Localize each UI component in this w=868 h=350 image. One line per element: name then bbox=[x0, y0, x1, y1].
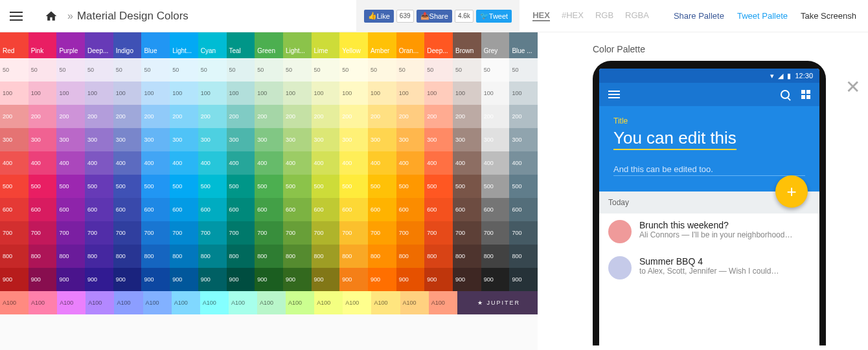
color-cell[interactable]: 500 bbox=[198, 175, 227, 198]
color-cell[interactable]: 200 bbox=[170, 105, 198, 128]
color-cell[interactable]: 300 bbox=[141, 128, 170, 151]
color-cell[interactable]: 800 bbox=[113, 245, 142, 268]
color-cell[interactable]: 50 bbox=[85, 58, 113, 82]
color-cell[interactable]: 500 bbox=[113, 175, 142, 198]
color-cell[interactable]: 700 bbox=[283, 221, 312, 245]
color-col-3[interactable]: Deep... bbox=[85, 32, 113, 58]
color-cell[interactable]: 900 bbox=[453, 268, 481, 291]
color-cell[interactable]: 50 bbox=[312, 58, 340, 82]
color-cell[interactable]: 800 bbox=[56, 245, 85, 268]
color-cell[interactable]: 900 bbox=[283, 268, 312, 291]
color-cell[interactable]: 800 bbox=[170, 245, 198, 268]
color-cell[interactable]: 300 bbox=[453, 128, 481, 151]
color-cell[interactable]: 600 bbox=[141, 198, 170, 221]
home-icon[interactable] bbox=[44, 10, 58, 23]
jupiter-promo[interactable]: ★ JUPITER bbox=[457, 291, 538, 314]
color-col-7[interactable]: Cyan bbox=[198, 32, 227, 58]
color-cell[interactable]: 500 bbox=[170, 175, 198, 198]
color-cell[interactable]: 50 bbox=[141, 58, 170, 82]
fb-like-button[interactable]: 👍 Like bbox=[364, 10, 394, 23]
color-cell[interactable]: 400 bbox=[113, 151, 142, 175]
color-cell[interactable]: 100 bbox=[198, 82, 227, 105]
color-cell[interactable]: 400 bbox=[283, 151, 312, 175]
color-cell[interactable]: 400 bbox=[255, 151, 283, 175]
color-cell[interactable]: 600 bbox=[170, 198, 198, 221]
color-cell[interactable]: 50 bbox=[56, 58, 85, 82]
color-cell[interactable]: 700 bbox=[56, 221, 85, 245]
color-cell[interactable]: 50 bbox=[453, 58, 481, 82]
color-cell[interactable]: 100 bbox=[396, 82, 425, 105]
color-cell[interactable]: 800 bbox=[312, 245, 340, 268]
format-hex[interactable]: HEX bbox=[532, 10, 550, 21]
color-cell[interactable]: 600 bbox=[56, 198, 85, 221]
color-cell[interactable]: 50 bbox=[396, 58, 425, 82]
color-cell[interactable]: 400 bbox=[85, 151, 113, 175]
color-cell[interactable]: 500 bbox=[509, 175, 538, 198]
color-cell[interactable]: 900 bbox=[0, 268, 29, 291]
color-cell[interactable]: 200 bbox=[396, 105, 425, 128]
color-cell[interactable]: 700 bbox=[227, 221, 255, 245]
color-cell[interactable]: A100 bbox=[0, 291, 29, 314]
color-cell[interactable]: 300 bbox=[509, 128, 538, 151]
color-cell[interactable]: 700 bbox=[312, 221, 340, 245]
color-cell[interactable]: 300 bbox=[424, 128, 453, 151]
hero-sub[interactable]: And this can be edited too. bbox=[613, 164, 805, 176]
fab-add[interactable]: + bbox=[775, 175, 808, 208]
color-cell[interactable]: A100 bbox=[371, 291, 400, 314]
color-cell[interactable]: 200 bbox=[56, 105, 85, 128]
color-cell[interactable]: 600 bbox=[113, 198, 142, 221]
color-cell[interactable]: 400 bbox=[368, 151, 396, 175]
color-cell[interactable]: 800 bbox=[227, 245, 255, 268]
color-cell[interactable]: 200 bbox=[368, 105, 396, 128]
color-cell[interactable]: 900 bbox=[255, 268, 283, 291]
color-col-2[interactable]: Purple bbox=[56, 32, 85, 58]
format-rgba[interactable]: RGBA bbox=[625, 10, 649, 21]
color-cell[interactable]: 900 bbox=[368, 268, 396, 291]
color-cell[interactable]: 200 bbox=[339, 105, 368, 128]
color-col-10[interactable]: Light... bbox=[283, 32, 312, 58]
color-cell[interactable]: 300 bbox=[170, 128, 198, 151]
color-cell[interactable]: 300 bbox=[198, 128, 227, 151]
color-cell[interactable]: 300 bbox=[113, 128, 142, 151]
color-cell[interactable]: A100 bbox=[57, 291, 86, 314]
color-col-8[interactable]: Teal bbox=[227, 32, 255, 58]
color-cell[interactable]: 700 bbox=[339, 221, 368, 245]
color-cell[interactable]: 400 bbox=[56, 151, 85, 175]
color-cell[interactable]: 400 bbox=[396, 151, 425, 175]
color-cell[interactable]: 300 bbox=[283, 128, 312, 151]
color-cell[interactable]: 500 bbox=[368, 175, 396, 198]
search-icon[interactable] bbox=[781, 90, 790, 99]
color-cell[interactable]: 600 bbox=[283, 198, 312, 221]
format-hashhex[interactable]: #HEX bbox=[562, 10, 584, 21]
color-cell[interactable]: 200 bbox=[198, 105, 227, 128]
menu-icon[interactable] bbox=[0, 0, 32, 32]
color-col-9[interactable]: Green bbox=[255, 32, 283, 58]
color-cell[interactable]: A100 bbox=[172, 291, 200, 314]
color-cell[interactable]: 600 bbox=[396, 198, 425, 221]
color-cell[interactable]: 800 bbox=[453, 245, 481, 268]
color-cell[interactable]: 700 bbox=[170, 221, 198, 245]
color-cell[interactable]: 600 bbox=[453, 198, 481, 221]
color-cell[interactable]: 100 bbox=[339, 82, 368, 105]
color-cell[interactable]: 800 bbox=[29, 245, 57, 268]
color-cell[interactable]: A100 bbox=[86, 291, 114, 314]
color-cell[interactable]: 50 bbox=[283, 58, 312, 82]
color-cell[interactable]: 700 bbox=[0, 221, 29, 245]
color-cell[interactable]: 50 bbox=[481, 58, 510, 82]
color-cell[interactable]: 200 bbox=[509, 105, 538, 128]
color-cell[interactable]: 200 bbox=[255, 105, 283, 128]
color-cell[interactable]: 500 bbox=[85, 175, 113, 198]
tweet-button[interactable]: 🐦 Tweet bbox=[476, 10, 512, 23]
color-cell[interactable]: 500 bbox=[312, 175, 340, 198]
color-cell[interactable]: A100 bbox=[429, 291, 457, 314]
color-cell[interactable]: 700 bbox=[396, 221, 425, 245]
color-cell[interactable]: 800 bbox=[255, 245, 283, 268]
color-cell[interactable]: 100 bbox=[255, 82, 283, 105]
color-cell[interactable]: 300 bbox=[255, 128, 283, 151]
color-cell[interactable]: 600 bbox=[255, 198, 283, 221]
color-cell[interactable]: 900 bbox=[198, 268, 227, 291]
color-cell[interactable]: 300 bbox=[29, 128, 57, 151]
color-cell[interactable]: 400 bbox=[0, 151, 29, 175]
color-cell[interactable]: 400 bbox=[481, 151, 510, 175]
color-cell[interactable]: 800 bbox=[141, 245, 170, 268]
